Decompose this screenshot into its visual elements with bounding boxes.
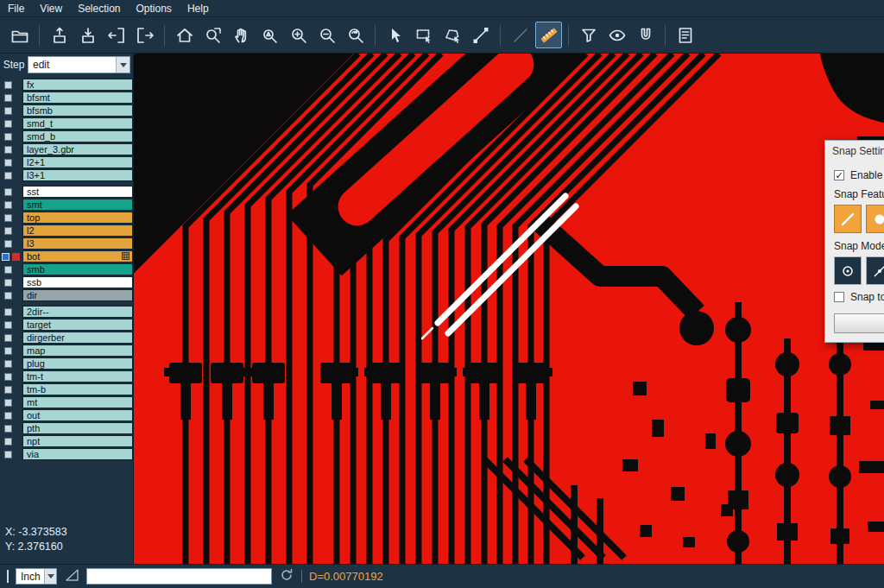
import-left-icon[interactable] — [103, 22, 129, 48]
layer-name[interactable]: 2dir-- — [22, 306, 133, 318]
layer-row[interactable]: smt — [0, 199, 133, 211]
layer-visibility-checkbox[interactable] — [4, 321, 12, 329]
layer-row[interactable]: via — [0, 448, 133, 460]
view-eye-icon[interactable] — [603, 22, 630, 48]
zoom-out-icon[interactable] — [313, 22, 340, 48]
select-polygon-icon[interactable] — [439, 22, 465, 48]
layer-name[interactable]: ssb — [22, 276, 133, 288]
angle-tool-icon[interactable] — [64, 567, 79, 586]
layer-visibility-checkbox[interactable] — [4, 172, 12, 180]
layer-visibility-checkbox[interactable] — [4, 240, 12, 248]
transform-diagonal-icon[interactable] — [467, 22, 494, 48]
menu-view[interactable]: View — [32, 3, 70, 15]
layer-name[interactable]: l2 — [22, 224, 133, 237]
snap-mode-center-button[interactable] — [834, 256, 862, 285]
close-button[interactable]: Close — [834, 313, 884, 333]
layer-name[interactable]: plug — [22, 357, 133, 370]
layer-visibility-checkbox[interactable] — [4, 292, 12, 300]
zoom-polygon-icon[interactable] — [256, 22, 283, 48]
layer-visibility-checkbox[interactable] — [4, 451, 12, 458]
layer-row[interactable]: bfsmb — [0, 104, 133, 117]
layer-name[interactable]: out — [22, 409, 133, 421]
layer-row[interactable]: tm-t — [0, 370, 133, 383]
chevron-down-icon[interactable] — [116, 57, 129, 73]
menu-file[interactable]: File — [0, 3, 32, 15]
layer-name[interactable]: smd_t — [22, 117, 133, 130]
layer-row[interactable]: tm-b — [0, 383, 133, 395]
layer-name[interactable]: dir — [22, 289, 133, 301]
snap-all-layers-checkbox[interactable] — [834, 292, 844, 302]
layer-row[interactable]: dir — [0, 289, 133, 301]
layer-visibility-checkbox[interactable] — [4, 94, 12, 102]
layer-name[interactable]: tm-t — [22, 370, 133, 383]
layer-row[interactable]: pth — [0, 422, 133, 434]
snap-feature-line-button[interactable] — [834, 205, 862, 233]
layer-row[interactable]: sst — [0, 186, 133, 198]
layer-visibility-checkbox[interactable] — [4, 81, 12, 89]
chevron-down-icon[interactable] — [44, 569, 56, 584]
layer-visibility-checkbox[interactable] — [4, 266, 12, 274]
layer-visibility-checkbox[interactable] — [4, 214, 12, 222]
layer-visibility-checkbox[interactable] — [4, 107, 12, 115]
filter-funnel-icon[interactable] — [575, 22, 602, 48]
menu-options[interactable]: Options — [129, 3, 180, 15]
layer-row[interactable]: smd_t — [0, 117, 133, 130]
layer-name[interactable]: top — [22, 212, 133, 224]
layer-row[interactable]: 2dir-- — [0, 306, 133, 318]
layer-visibility-checkbox[interactable] — [4, 146, 12, 154]
export-right-icon[interactable] — [131, 22, 158, 48]
magnet-icon[interactable] — [632, 22, 659, 48]
layer-row[interactable]: top — [0, 212, 133, 224]
layer-row[interactable]: layer_3.gbr — [0, 143, 133, 155]
layer-visibility-checkbox[interactable] — [4, 201, 12, 209]
layer-name[interactable]: pth — [22, 422, 133, 434]
menu-help[interactable]: Help — [180, 3, 217, 15]
layer-visibility-checkbox[interactable] — [4, 188, 12, 196]
layer-row[interactable]: l3+1 — [0, 169, 133, 181]
pan-hand-icon[interactable] — [228, 22, 255, 48]
layer-visibility-checkbox[interactable] — [4, 120, 12, 128]
unit-dropdown[interactable]: Inch — [16, 568, 57, 585]
measure-ruler-icon[interactable] — [535, 22, 562, 48]
layer-row[interactable]: target — [0, 319, 133, 331]
enable-snapping-checkbox[interactable]: ✓ — [834, 170, 844, 180]
layer-visibility-checkbox[interactable] — [4, 373, 12, 381]
layer-visibility-checkbox[interactable] — [4, 399, 12, 407]
layer-row[interactable]: l2 — [0, 224, 133, 237]
layer-visibility-checkbox[interactable] — [4, 425, 12, 433]
layer-name[interactable]: tm-b — [22, 383, 133, 395]
layer-name[interactable]: layer_3.gbr — [22, 143, 133, 155]
export-up-icon[interactable] — [46, 22, 73, 48]
report-list-icon[interactable] — [672, 22, 698, 48]
layer-visibility-checkbox[interactable] — [4, 438, 12, 446]
draw-line-icon[interactable] — [507, 22, 534, 48]
select-rectangle-icon[interactable] — [410, 22, 437, 48]
layer-name[interactable]: bfsmt — [22, 92, 133, 104]
import-down-icon[interactable] — [74, 22, 101, 48]
zoom-in-icon[interactable] — [285, 22, 312, 48]
layer-name[interactable]: map — [22, 345, 133, 357]
layer-name[interactable]: via — [22, 448, 133, 460]
layer-name[interactable]: l3+1 — [22, 169, 133, 181]
layer-visibility-checkbox[interactable] — [2, 253, 9, 261]
layer-name[interactable]: bot — [22, 250, 133, 262]
zoom-area-icon[interactable] — [199, 22, 226, 48]
layer-row[interactable]: map — [0, 345, 133, 357]
pcb-canvas[interactable]: Snap Settings ✓ Enable Snapping Snap Fea… — [134, 54, 884, 564]
snap-mode-point-button[interactable] — [866, 256, 884, 285]
layer-row[interactable]: dirgerber — [0, 332, 133, 344]
layer-name[interactable]: target — [22, 319, 133, 331]
zoom-previous-icon[interactable] — [342, 22, 369, 48]
layer-name[interactable]: dirgerber — [22, 332, 133, 344]
menu-selection[interactable]: Selection — [70, 3, 128, 15]
measure-input[interactable] — [86, 568, 272, 585]
layer-visibility-checkbox[interactable] — [4, 133, 12, 141]
layer-name[interactable]: smd_b — [22, 130, 133, 142]
open-folder-icon[interactable] — [6, 22, 33, 48]
layer-row[interactable]: l2+1 — [0, 156, 133, 168]
layer-row[interactable]: mt — [0, 396, 133, 408]
layer-row[interactable]: plug — [0, 357, 133, 370]
snap-feature-pad-button[interactable] — [866, 205, 884, 233]
layer-visibility-checkbox[interactable] — [4, 412, 12, 420]
layer-row[interactable]: l3 — [0, 237, 133, 250]
